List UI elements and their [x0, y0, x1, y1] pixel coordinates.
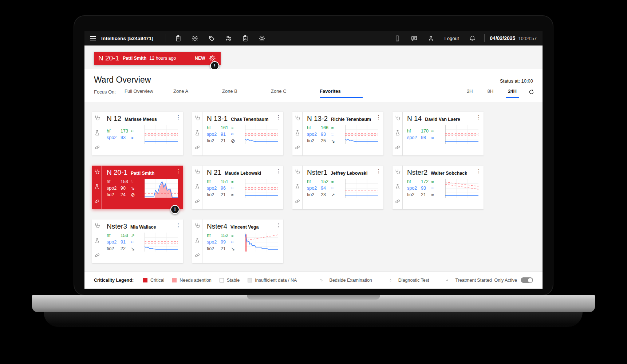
legend-item-needs-attention: Needs attention	[172, 278, 212, 283]
kebab-menu-icon[interactable]: ⋮	[175, 114, 182, 120]
vital-label: fio2	[207, 192, 221, 197]
kebab-menu-icon[interactable]: ⋮	[476, 168, 482, 174]
trend-up-icon: ↗	[131, 233, 139, 238]
vital-row-hf: hf153≈	[107, 179, 139, 184]
patient-card-nster1[interactable]: Nster1 Jeffrey Lebowski ⋮ hf152≈spo294≈f…	[292, 166, 383, 209]
trend-stable-icon: ≈	[131, 240, 139, 245]
tab-favorites[interactable]: Favorites	[320, 88, 363, 98]
range-2h[interactable]: 2H	[465, 88, 475, 98]
vital-row-hf: hf151≈	[207, 179, 239, 185]
trend-stable-icon: ≈	[131, 179, 139, 184]
patients-icon[interactable]	[220, 31, 237, 46]
card-main: Nster1 Jeffrey Lebowski ⋮ hf152≈spo294≈f…	[303, 166, 383, 209]
vital-label: hf	[207, 125, 221, 130]
alert-exclamation-badge[interactable]: !	[170, 205, 180, 214]
range-24h[interactable]: 24H	[506, 88, 519, 98]
tab-zone-b[interactable]: Zone B	[222, 88, 265, 98]
kebab-menu-icon[interactable]: ⋮	[375, 114, 382, 120]
vital-row-fio2: fio221≈	[407, 192, 439, 198]
trend-stable-icon: ≈	[431, 135, 439, 141]
alert-banner[interactable]: N 20-1 Patti Smith 12 hours ago NEW !	[94, 52, 221, 65]
patient-card-nster2[interactable]: Nster2 Walter Sobchack ⋮ hf172≈spo293≈fi…	[393, 166, 484, 209]
vital-value: 152	[321, 179, 331, 184]
app-title: Intellicens [524a9471]	[101, 36, 153, 41]
menu-icon[interactable]	[84, 31, 101, 46]
user-icon[interactable]	[423, 31, 439, 46]
vital-row-spo2: spo293≈	[107, 135, 139, 141]
treatment-started-icon	[94, 198, 100, 206]
trends-icon[interactable]	[186, 31, 203, 46]
kebab-menu-icon[interactable]: ⋮	[175, 222, 182, 228]
notes-icon[interactable]	[170, 31, 186, 46]
diagnostic-test-icon	[194, 238, 200, 245]
patient-card-n-21[interactable]: N 21 Maude Lebowski ⋮ hf151≈spo296≈fio22…	[192, 166, 283, 209]
bedside-examination-icon	[194, 223, 200, 230]
kebab-menu-icon[interactable]: ⋮	[175, 168, 182, 174]
tab-zone-c[interactable]: Zone C	[271, 88, 314, 98]
vitals-list: hf151≈spo296≈fio221≈	[207, 179, 239, 198]
patient-card-n-20-1[interactable]: N 20-1 Patti Smith ⋮ hf153≈spo290↘fio224…	[92, 166, 183, 209]
trend-stable-icon: ≈	[231, 125, 239, 130]
treatment-started-icon	[194, 198, 200, 206]
legend-label: Insufficient data / NA	[255, 278, 297, 283]
legend-swatch	[220, 278, 224, 282]
trend-stable-icon: ≈	[431, 179, 439, 185]
patient-card-n-13-2[interactable]: N 13-2 Richie Tenenbaum ⋮ hf166≈spo293≈f…	[292, 112, 383, 155]
time-label: 10:04:57	[518, 36, 537, 41]
vital-label: spo2	[307, 132, 321, 137]
laptop-mockup: Intellicens [524a9471] Logout 04/02/2025…	[0, 0, 627, 364]
card-main: N 14 David Van Laere ⋮ hf170≈spo298≈	[403, 112, 484, 155]
kebab-menu-icon[interactable]: ⋮	[375, 168, 382, 174]
card-event-rail	[393, 166, 403, 209]
vital-row-spo2: spo293≈	[307, 132, 339, 137]
trend-stable-icon: ≈	[331, 179, 339, 185]
kebab-menu-icon[interactable]: ⋮	[275, 168, 282, 174]
kebab-menu-icon[interactable]: ⋮	[476, 114, 482, 120]
settings-icon[interactable]	[253, 31, 270, 46]
vital-label: spo2	[207, 132, 221, 137]
vital-label: hf	[407, 128, 421, 134]
kebab-menu-icon[interactable]: ⋮	[275, 114, 282, 120]
vital-value: 153	[121, 179, 131, 184]
trend-stable-icon: ≈	[331, 132, 339, 137]
tab-full-overview[interactable]: Full Overview	[125, 88, 167, 98]
vital-label: fio2	[407, 192, 421, 197]
legend-swatch	[248, 278, 252, 282]
bedside-examination-icon	[194, 169, 200, 176]
bed-label: Nster3	[107, 222, 127, 230]
treatment-started-icon	[94, 145, 100, 152]
vital-value: 91	[221, 132, 231, 137]
range-8h[interactable]: 8H	[485, 88, 496, 98]
chat-icon[interactable]	[406, 31, 423, 46]
vital-label: hf	[307, 125, 321, 130]
diagnostic-test-icon	[94, 238, 100, 245]
vital-label: spo2	[407, 135, 421, 140]
vital-value: 170	[421, 128, 431, 134]
patient-card-n-13-1[interactable]: N 13-1 Chas Tenenbaum ⋮ hf161≈spo291≈fio…	[192, 112, 283, 155]
vital-label: fio2	[307, 138, 321, 143]
patient-name: Walter Sobchack	[431, 171, 467, 176]
patient-card-nster3[interactable]: Nster3 Mia Wallace ⋮ hf153↗spo291≈fio222…	[92, 219, 183, 263]
logout-button[interactable]: Logout	[445, 36, 459, 41]
trend-up-icon: ↗	[331, 192, 339, 198]
refresh-icon[interactable]	[528, 89, 535, 96]
tag-icon[interactable]	[203, 31, 220, 46]
patient-card-nster4[interactable]: Nster4 Vincent Vega ⋮ hf152≈spo299≈fio22…	[192, 219, 283, 263]
bell-icon[interactable]	[464, 31, 481, 46]
clock: 04/02/2025 10:04:57	[490, 35, 537, 41]
vital-row-hf: hf173≈	[107, 128, 139, 134]
vital-row-hf: hf153↗	[107, 233, 139, 238]
patient-card-n-12[interactable]: N 12 Marisse Meeus ⋮ hf173≈spo293≈	[92, 112, 183, 155]
report-icon[interactable]	[237, 31, 253, 46]
trend-stable-icon: ≈	[231, 186, 239, 191]
vital-label: spo2	[107, 135, 121, 140]
vital-label: fio2	[107, 246, 121, 251]
device-icon[interactable]	[389, 31, 406, 46]
only-active-toggle[interactable]	[521, 277, 533, 283]
vital-label: hf	[207, 179, 221, 184]
kebab-menu-icon[interactable]: ⋮	[275, 222, 282, 228]
vitals-list: hf161≈spo291≈fio221⊘	[207, 125, 239, 144]
tab-zone-a[interactable]: Zone A	[173, 88, 216, 98]
vitals-sparkline	[345, 125, 378, 144]
patient-card-n-14[interactable]: N 14 David Van Laere ⋮ hf170≈spo298≈	[393, 112, 484, 155]
